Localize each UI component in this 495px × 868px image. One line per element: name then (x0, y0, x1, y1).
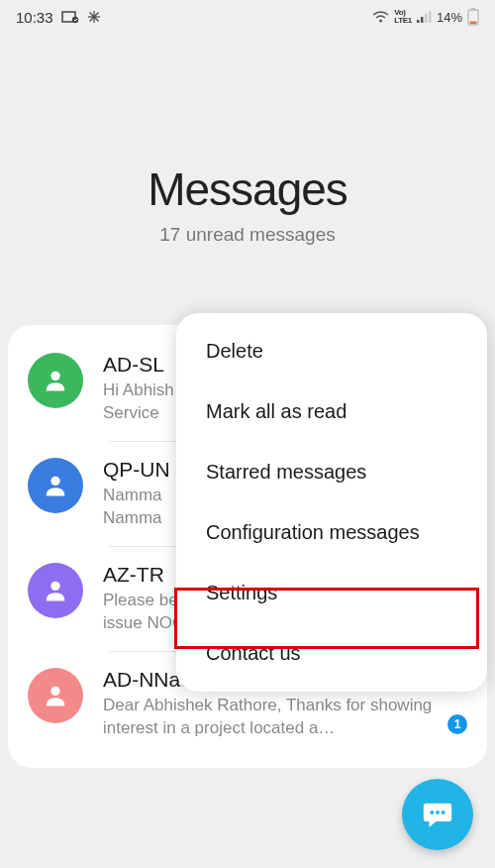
avatar (28, 668, 83, 723)
svg-point-17 (50, 686, 59, 695)
person-icon (42, 367, 69, 394)
menu-item-mark-all-read[interactable]: Mark all as read (176, 381, 487, 442)
menu-item-contact-us[interactable]: Contact us (176, 623, 487, 684)
svg-rect-8 (421, 17, 424, 23)
wifi-icon (372, 11, 389, 24)
volte-icon: Vo)LTE1 (394, 9, 412, 25)
svg-point-16 (50, 581, 59, 590)
avatar (28, 353, 83, 408)
menu-item-settings[interactable]: Settings (176, 563, 487, 623)
unread-count: 17 unread messages (20, 224, 475, 246)
menu-item-delete[interactable]: Delete (176, 321, 487, 381)
page-title: Messages (20, 163, 475, 216)
svg-rect-10 (429, 11, 432, 23)
battery-percent: 14% (437, 10, 462, 25)
svg-rect-7 (417, 20, 420, 23)
svg-point-18 (430, 811, 434, 814)
chat-icon (421, 798, 454, 831)
svg-rect-13 (470, 22, 477, 25)
avatar (28, 563, 83, 618)
menu-item-configuration[interactable]: Configuration messages (176, 502, 487, 563)
message-preview: Dear Abhishek Rathore, Thanks for showin… (103, 695, 467, 740)
svg-rect-9 (425, 14, 428, 23)
status-right: Vo)LTE1 14% (372, 8, 479, 26)
options-menu: Delete Mark all as read Starred messages… (176, 313, 487, 692)
battery-icon (467, 8, 479, 26)
status-time: 10:33 (16, 9, 53, 26)
svg-point-19 (436, 811, 440, 814)
svg-point-20 (442, 811, 446, 814)
svg-point-1 (71, 17, 77, 23)
snowflake-icon (87, 10, 101, 24)
menu-item-starred[interactable]: Starred messages (176, 442, 487, 502)
svg-point-6 (379, 19, 382, 22)
header: Messages 17 unread messages (0, 34, 495, 325)
status-left: 10:33 (16, 9, 101, 26)
new-message-button[interactable] (402, 779, 473, 850)
svg-point-14 (50, 372, 59, 380)
person-icon (42, 472, 69, 499)
avatar (28, 458, 83, 513)
signal-icon (417, 11, 432, 23)
person-icon (42, 577, 69, 604)
status-bar: 10:33 Vo)LTE1 14% (0, 0, 495, 34)
voicemail-icon (61, 10, 79, 24)
person-icon (42, 682, 69, 709)
svg-point-15 (50, 477, 59, 486)
unread-badge: 1 (447, 714, 467, 734)
